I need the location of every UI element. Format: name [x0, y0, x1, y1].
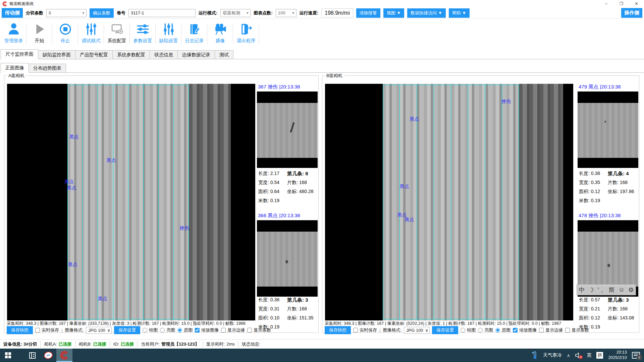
- strip-divider-line: [468, 85, 468, 319]
- defect-thumbnail[interactable]: [257, 92, 318, 168]
- cut-count-select[interactable]: 8 ▼: [46, 9, 87, 17]
- tab-0[interactable]: 尺寸监控界面: [1, 49, 38, 59]
- ime-language-bar[interactable]: 中☽’，简☺⚙: [577, 284, 636, 295]
- hidden-icons-chevron[interactable]: ∧: [567, 353, 570, 358]
- display-option-checkbox-0[interactable]: 缩放图像: [513, 327, 537, 333]
- help-menu-button[interactable]: 帮助 ▼: [449, 8, 470, 18]
- run-mode-select[interactable]: 双面检测 ▼: [220, 9, 251, 17]
- toolbutton-user[interactable]: 管理登录: [1, 19, 26, 49]
- close-button[interactable]: ✕: [629, 0, 644, 7]
- realtime-save-checkbox[interactable]: 实时保存: [353, 327, 377, 333]
- ime-smiley-icon[interactable]: ☺: [619, 286, 625, 293]
- weather-text[interactable]: 天气寒冷: [543, 352, 562, 358]
- checkbox-input[interactable]: [513, 328, 518, 333]
- image-view-radio-1[interactable]: 亮图: [160, 327, 175, 333]
- realtime-save-checkbox[interactable]: 实时保存: [35, 327, 59, 333]
- speaker-muted-icon[interactable]: ✕: [575, 352, 582, 358]
- image-view-radio-1[interactable]: 亮图: [478, 327, 493, 333]
- notification-center-button[interactable]: 6: [632, 352, 640, 359]
- task-view-button[interactable]: [24, 349, 40, 362]
- tab-2[interactable]: 产品型号配置: [75, 50, 113, 59]
- roll-number-input[interactable]: [128, 9, 196, 17]
- save-settings-button[interactable]: 保存设置: [432, 326, 458, 334]
- radio-input[interactable]: [143, 328, 147, 333]
- clear-alarm-button[interactable]: 清除报警: [356, 8, 380, 18]
- image-view-radio-0[interactable]: 暗图: [461, 327, 476, 333]
- save-snapshot-button[interactable]: 保存快照: [7, 326, 33, 334]
- ime-chinese-mode[interactable]: 中: [579, 286, 585, 294]
- defect-entry-header[interactable]: 479 黑点 |20:13:38: [579, 84, 621, 90]
- start-button[interactable]: [0, 349, 16, 362]
- image-format-select[interactable]: JPG 100∨: [404, 327, 430, 334]
- radio-input[interactable]: [495, 328, 500, 333]
- tab-1[interactable]: 缺陷监控界面: [38, 50, 75, 59]
- defect-entry-header[interactable]: 478 挫伤 |20:13:38: [579, 213, 621, 219]
- display-time-segment: 显示耗时:2ms: [203, 341, 238, 348]
- radio-input[interactable]: [461, 328, 465, 333]
- checkbox-input[interactable]: [565, 328, 570, 333]
- image-view-radio-2[interactable]: 原图: [177, 327, 193, 333]
- tab-4[interactable]: 状态信息: [150, 50, 178, 59]
- image-view-radio-2[interactable]: 原图: [495, 327, 511, 333]
- subtab-1[interactable]: 分布趋势图表: [29, 64, 66, 72]
- display-option-checkbox-1[interactable]: 显示边缘: [221, 327, 245, 333]
- minimize-button[interactable]: –: [599, 0, 614, 7]
- defect-entry-header[interactable]: 367 挫伤 |20:13:38: [258, 84, 300, 90]
- checkbox-input[interactable]: [221, 328, 226, 333]
- ime-simplified[interactable]: 简: [609, 286, 615, 294]
- data-quick-access-button[interactable]: 数据快捷访问 ▼: [407, 8, 445, 18]
- toolbutton-monitor-gear[interactable]: 系统配置: [104, 19, 130, 49]
- sliders-h-icon: [136, 22, 150, 36]
- display-option-checkbox-2[interactable]: 显示条数: [565, 327, 589, 333]
- radio-input[interactable]: [160, 328, 165, 333]
- snipping-tool-button[interactable]: ✂: [40, 349, 56, 362]
- checkbox-input[interactable]: [247, 328, 252, 333]
- tab-5[interactable]: 边缘数据记录: [177, 50, 215, 59]
- thermometer-icon[interactable]: [532, 351, 538, 359]
- toolbutton-stop[interactable]: 停止: [52, 19, 78, 49]
- display-option-checkbox-0[interactable]: 缩放图像: [195, 327, 219, 333]
- sub-tab-strip: 正面图像分布趋势图表: [0, 63, 644, 73]
- radio-input[interactable]: [177, 328, 182, 333]
- checkbox-input[interactable]: [539, 328, 544, 333]
- subtab-0[interactable]: 正面图像: [1, 63, 29, 72]
- defect-thumbnail[interactable]: [578, 92, 638, 168]
- defect-entry-header[interactable]: 366 黑点 |20:13:38: [258, 213, 300, 219]
- taskbar-clock[interactable]: 20:13 2025/2/10: [608, 350, 627, 360]
- toolbutton-play[interactable]: 开始: [26, 19, 52, 49]
- toolbutton-camera[interactable]: 摄像: [207, 19, 233, 49]
- tab-6[interactable]: 测试: [215, 50, 233, 59]
- ime-moon-icon[interactable]: ☽: [589, 286, 594, 294]
- defect-thumbnail[interactable]: [257, 220, 318, 297]
- ime-settings-gear-icon[interactable]: ⚙: [628, 286, 634, 294]
- toolbutton-sliders-v[interactable]: 调试模式: [78, 19, 104, 49]
- checkbox-input[interactable]: [353, 328, 358, 333]
- save-settings-button[interactable]: 保存设置: [114, 326, 140, 334]
- vision-app-taskbar-button[interactable]: [56, 349, 72, 362]
- checkbox-input[interactable]: [195, 328, 200, 333]
- tab-3[interactable]: 系统参数配置: [112, 50, 150, 59]
- checkbox-input[interactable]: [35, 328, 40, 333]
- drive-side-button[interactable]: 传动侧: [2, 8, 23, 18]
- confirm-count-button[interactable]: 确认条数: [90, 8, 114, 18]
- display-option-checkbox-2[interactable]: 显示条数: [247, 327, 271, 333]
- toolbutton-label: 缺陷设置: [159, 38, 178, 44]
- toolbutton-journal[interactable]: 日志记录: [181, 19, 207, 49]
- chart-points-select[interactable]: 100 ▼: [276, 9, 297, 17]
- language-indicator[interactable]: 英: [587, 352, 591, 358]
- display-option-checkbox-1[interactable]: 显示边缘: [539, 327, 563, 333]
- ime-pinyin-indicator[interactable]: 拼: [596, 352, 603, 359]
- toolbutton-sliders-h[interactable]: 参数设置: [130, 19, 156, 49]
- toolbutton-sliders-v2[interactable]: 缺陷设置: [156, 19, 181, 49]
- operator-side-button[interactable]: 操作侧: [621, 8, 642, 18]
- save-snapshot-button[interactable]: 保存快照: [325, 326, 351, 334]
- toolbutton-exit[interactable]: 退出程序: [233, 19, 259, 49]
- image-format-select[interactable]: JPG 100∨: [86, 327, 112, 334]
- radio-input[interactable]: [478, 328, 483, 333]
- play-icon: [33, 22, 47, 36]
- ime-punctuation[interactable]: ’，: [598, 286, 605, 294]
- maximize-button[interactable]: ❐: [614, 0, 629, 7]
- stat-width: 宽度: 0.31: [258, 306, 279, 312]
- view-menu-button[interactable]: 视图 ▼: [383, 8, 404, 18]
- image-view-radio-0[interactable]: 暗图: [143, 327, 158, 333]
